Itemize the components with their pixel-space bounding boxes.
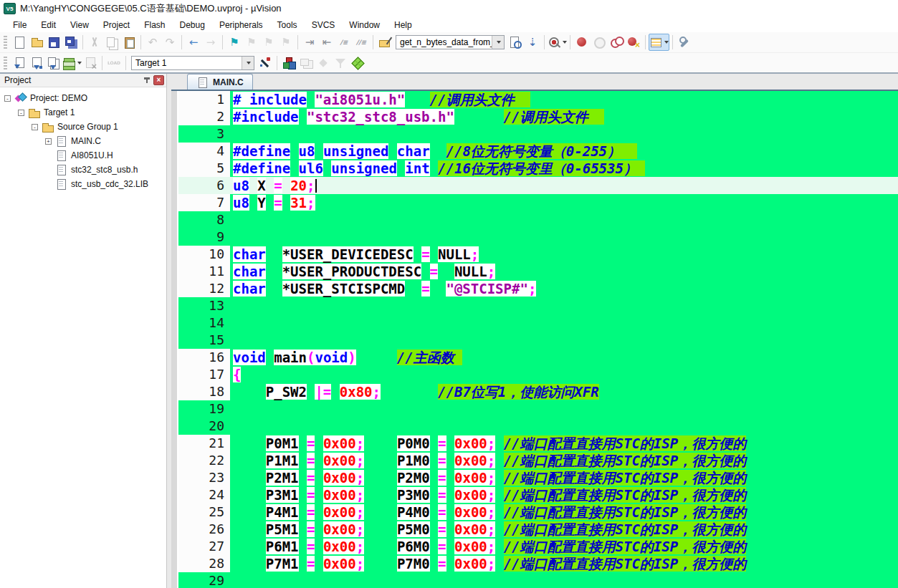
code-token[interactable]: ; [356, 556, 364, 572]
code-token[interactable] [446, 504, 454, 520]
code-token[interactable]: = [430, 264, 438, 279]
code-text[interactable] [230, 314, 898, 332]
code-token[interactable]: "stc32_stc8_usb.h" [307, 109, 454, 125]
code-line-1[interactable]: 1# include "ai8051u.h" //调用头文件 [171, 91, 898, 108]
code-token[interactable]: NULL [454, 264, 487, 279]
code-token[interactable]: 0x00 [323, 504, 356, 520]
line-number[interactable]: 5 [178, 160, 230, 177]
code-token[interactable] [364, 521, 397, 537]
code-comment[interactable]: //调用头文件 [504, 109, 605, 125]
enable-disable-breakpoint-button[interactable] [591, 34, 608, 51]
code-token[interactable] [388, 143, 396, 159]
code-token[interactable]: ; [356, 487, 364, 503]
breakpoint-margin[interactable] [171, 194, 178, 211]
close-panel-button[interactable]: × [153, 75, 164, 85]
code-token[interactable] [290, 143, 298, 159]
code-token[interactable] [266, 281, 282, 297]
code-text[interactable]: P4M1 = 0x00; P4M0 = 0x00; //端口配置直接用STC的I… [230, 503, 898, 521]
paste-button[interactable] [120, 34, 138, 51]
code-token[interactable]: ; [528, 281, 536, 297]
tree-item-main-c[interactable]: +MAIN.C [0, 134, 166, 148]
cut-button[interactable] [86, 34, 103, 51]
code-token[interactable]: *USER_DEVICEDESC [282, 246, 414, 262]
code-token[interactable] [299, 470, 307, 486]
code-comment[interactable]: //B7位写1，使能访问XFR [438, 384, 599, 400]
menu-project[interactable]: Project [96, 19, 137, 32]
code-token[interactable] [233, 556, 266, 572]
code-comment[interactable]: //8位无符号变量（0-255） [446, 143, 637, 159]
code-token[interactable] [233, 539, 266, 554]
code-token[interactable] [307, 384, 315, 400]
code-token[interactable]: = [438, 521, 446, 537]
code-token[interactable]: = [438, 435, 446, 451]
code-line-15[interactable]: 15 [171, 332, 898, 349]
line-number[interactable]: 25 [178, 503, 230, 521]
code-token[interactable] [266, 246, 282, 262]
code-token[interactable]: P4M1 [266, 504, 299, 520]
line-number[interactable]: 21 [178, 435, 230, 452]
code-token[interactable] [315, 504, 323, 520]
line-number[interactable]: 22 [178, 452, 230, 469]
line-number[interactable]: 29 [178, 572, 230, 588]
breakpoint-margin[interactable] [171, 332, 178, 349]
expand-toggle[interactable]: - [4, 95, 11, 102]
code-token[interactable]: void [315, 350, 348, 365]
code-comment[interactable]: //调用头文件 [430, 92, 531, 107]
code-text[interactable]: P7M1 = 0x00; P7M0 = 0x00; //端口配置直接用STC的I… [230, 555, 898, 572]
code-text[interactable]: P6M1 = 0x00; P6M0 = 0x00; //端口配置直接用STC的I… [230, 538, 898, 555]
tree-item-stc-usb-cdc-32-lib[interactable]: stc_usb_cdc_32.LIB [0, 177, 166, 191]
code-token[interactable]: 0x00 [454, 556, 487, 572]
code-token[interactable]: ; [356, 453, 364, 468]
code-token[interactable]: "@STCISP#" [446, 281, 527, 297]
incremental-find-button[interactable]: ⇣ [524, 34, 541, 51]
disable-all-breakpoints-button[interactable] [608, 34, 625, 51]
code-text[interactable]: P1M1 = 0x00; P1M0 = 0x00; //端口配置直接用STC的I… [230, 452, 898, 469]
code-token[interactable]: char [397, 143, 430, 159]
code-token[interactable] [299, 109, 307, 125]
code-token[interactable]: ; [307, 195, 315, 211]
code-token[interactable]: = [307, 435, 315, 451]
menu-tools[interactable]: Tools [270, 19, 305, 32]
code-text[interactable]: P2M1 = 0x00; P2M0 = 0x00; //端口配置直接用STC的I… [230, 469, 898, 486]
code-text[interactable]: #define u8 unsigned char //8位无符号变量（0-255… [230, 143, 898, 160]
code-token[interactable] [266, 178, 274, 193]
breakpoint-margin[interactable] [171, 228, 178, 246]
breakpoint-margin[interactable] [171, 383, 178, 400]
build-button[interactable] [28, 54, 45, 72]
code-line-19[interactable]: 19 [171, 400, 898, 418]
breakpoint-margin[interactable] [171, 400, 178, 418]
code-token[interactable] [495, 539, 503, 554]
code-line-10[interactable]: 10char *USER_DEVICEDESC = NULL; [171, 246, 898, 263]
code-token[interactable] [233, 453, 266, 468]
code-token[interactable] [430, 521, 438, 537]
code-token[interactable]: ; [356, 539, 364, 554]
code-token[interactable]: # include [233, 92, 307, 107]
find-in-files-dialog-button[interactable] [507, 34, 524, 51]
code-token[interactable]: = [438, 487, 446, 503]
code-text[interactable]: char *USER_DEVICEDESC = NULL; [230, 246, 898, 263]
code-token[interactable] [405, 92, 429, 107]
menu-window[interactable]: Window [342, 19, 387, 32]
code-token[interactable]: 0x80 [340, 384, 373, 400]
line-number[interactable]: 7 [178, 194, 230, 211]
code-token[interactable] [282, 195, 290, 211]
code-line-13[interactable]: 13 [171, 297, 898, 314]
kill-all-breakpoints-button[interactable] [625, 34, 642, 51]
line-number[interactable]: 10 [178, 246, 230, 263]
breakpoint-margin[interactable] [171, 108, 178, 125]
code-token[interactable]: 0x00 [454, 470, 487, 486]
code-token[interactable]: #define [233, 160, 290, 176]
find-in-files-button[interactable] [376, 34, 393, 51]
code-line-16[interactable]: 16void main(void) //主函数 [171, 349, 898, 366]
code-token[interactable]: ; [487, 539, 495, 554]
code-token[interactable]: ul6 [299, 160, 323, 176]
code-token[interactable] [495, 435, 503, 451]
indent-button[interactable]: ⇥ [301, 34, 318, 51]
code-token[interactable] [315, 539, 323, 554]
code-token[interactable]: main [274, 350, 307, 365]
code-token[interactable]: 0x00 [454, 504, 487, 520]
code-token[interactable]: *USER_STCISPCMD [282, 281, 406, 297]
expand-toggle[interactable]: - [32, 124, 38, 130]
code-token[interactable]: P6M1 [266, 539, 299, 554]
code-token[interactable]: "ai8051u.h" [315, 92, 405, 107]
